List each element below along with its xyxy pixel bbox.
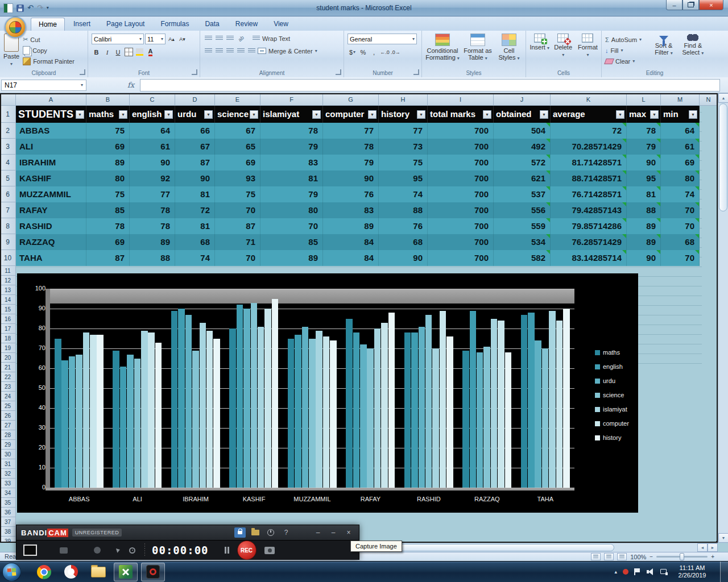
align-right-button[interactable]: [225, 46, 235, 56]
taskbar-bandicam-button[interactable]: [141, 563, 165, 581]
bar-rashid-science[interactable]: [425, 315, 432, 488]
grow-font-button[interactable]: A▴: [167, 34, 176, 44]
bar-kashif-english[interactable]: [237, 305, 243, 488]
bar-rashid-english[interactable]: [411, 332, 418, 488]
zoom-in-button[interactable]: +: [711, 554, 714, 560]
bar-taha-urdu[interactable]: [535, 340, 541, 488]
conditional-formatting-button[interactable]: Conditional Formatting ▾: [425, 34, 460, 62]
sort-filter-button[interactable]: Sort & Filter ▾: [651, 34, 677, 57]
bar-rashid-urdu[interactable]: [419, 327, 425, 488]
clipboard-dialog-launcher[interactable]: [80, 69, 85, 75]
bar-rafay-english[interactable]: [353, 332, 360, 488]
name-box[interactable]: N17▾: [1, 80, 86, 91]
tab-page-layout[interactable]: Page Layout: [99, 18, 152, 31]
bar-rashid-islamiyat[interactable]: [432, 348, 439, 488]
scroll-down-button[interactable]: ▼: [718, 533, 728, 543]
insert-function-button[interactable]: fx: [127, 81, 134, 89]
tab-formulas[interactable]: Formulas: [153, 18, 196, 31]
tab-insert[interactable]: Insert: [66, 18, 98, 31]
bar-rafay-urdu[interactable]: [360, 344, 367, 488]
decrease-decimal-button[interactable]: .0→: [391, 47, 400, 57]
bar-kashif-computer[interactable]: [264, 309, 271, 488]
bar-razzaq-islamiyat[interactable]: [491, 319, 498, 488]
vertical-scroll-thumb[interactable]: [719, 103, 727, 211]
bar-kashif-science[interactable]: [251, 303, 258, 488]
formula-input[interactable]: [140, 79, 720, 92]
bar-ibrahim-history[interactable]: [213, 339, 220, 488]
bandicam-window[interactable]: BANDICAM UNREGISTERED ? – – × 00:00:00 R…: [16, 525, 359, 560]
help-button[interactable]: ?: [280, 527, 292, 538]
collapse-button[interactable]: –: [328, 527, 339, 538]
zoom-slider[interactable]: [656, 556, 708, 558]
find-select-button[interactable]: Find & Select ▾: [681, 34, 705, 57]
format-as-table-button[interactable]: Format as Table ▾: [463, 34, 493, 62]
taskbar-explorer-button[interactable]: [86, 563, 110, 581]
bar-kashif-urdu[interactable]: [243, 309, 250, 488]
font-name-select[interactable]: Calibri▾: [92, 34, 144, 44]
orientation-button[interactable]: ab: [234, 32, 248, 45]
bar-muzzammil-maths[interactable]: [288, 339, 295, 488]
bar-razzaq-english[interactable]: [470, 311, 477, 488]
start-button[interactable]: [2, 563, 21, 581]
decrease-indent-button[interactable]: [236, 46, 246, 56]
italic-button[interactable]: I: [102, 47, 112, 57]
bandicam-tray-icon[interactable]: [623, 569, 628, 575]
bar-muzzammil-science[interactable]: [309, 339, 316, 488]
bar-taha-english[interactable]: [528, 313, 535, 488]
copy-button[interactable]: Copy: [23, 45, 75, 55]
bar-ali-computer[interactable]: [148, 332, 155, 488]
taskbar-chrome-button[interactable]: [32, 563, 56, 581]
scroll-right-button[interactable]: ►: [708, 543, 718, 552]
bar-kashif-islamiyat[interactable]: [258, 327, 264, 488]
network-icon[interactable]: [660, 569, 668, 575]
taskbar-excel-button[interactable]: [114, 563, 138, 581]
show-desktop-button[interactable]: [720, 562, 728, 582]
alignment-dialog-launcher[interactable]: [336, 69, 341, 75]
action-center-flag-icon[interactable]: [634, 568, 641, 575]
bar-abbas-maths[interactable]: [55, 339, 61, 488]
tab-review[interactable]: Review: [228, 18, 265, 31]
page-break-view-button[interactable]: [617, 553, 627, 560]
percent-style-button[interactable]: %: [358, 47, 368, 57]
bar-abbas-english[interactable]: [61, 360, 68, 488]
align-center-button[interactable]: [214, 46, 224, 56]
format-painter-button[interactable]: Format Painter: [23, 56, 75, 66]
bar-rafay-history[interactable]: [388, 313, 395, 488]
paste-button[interactable]: Paste▾: [3, 34, 19, 68]
bar-muzzammil-english[interactable]: [295, 335, 301, 488]
zoom-out-button[interactable]: −: [650, 554, 653, 560]
bar-ali-english[interactable]: [120, 367, 127, 488]
record-button[interactable]: REC: [237, 541, 257, 560]
bar-razzaq-science[interactable]: [483, 347, 490, 488]
insert-cells-button[interactable]: Insert ▾: [530, 34, 549, 52]
font-color-button[interactable]: A: [146, 47, 155, 57]
border-button[interactable]: [124, 47, 134, 57]
screenshot-camera-button[interactable]: [264, 547, 275, 554]
bar-rashid-computer[interactable]: [440, 311, 446, 488]
normal-view-button[interactable]: [591, 553, 601, 560]
bandicam-titlebar[interactable]: BANDICAM UNREGISTERED ? – – ×: [16, 525, 359, 540]
bar-rashid-maths[interactable]: [404, 332, 411, 488]
bar-muzzammil-urdu[interactable]: [302, 327, 309, 488]
bold-button[interactable]: B: [92, 47, 101, 57]
schedule-button[interactable]: [265, 527, 276, 538]
zoom-slider-thumb[interactable]: [680, 553, 684, 560]
bar-taha-computer[interactable]: [556, 321, 563, 488]
bar-abbas-islamiyat[interactable]: [83, 332, 90, 488]
pause-button[interactable]: [225, 547, 229, 554]
number-dialog-launcher[interactable]: [413, 69, 419, 75]
tab-data[interactable]: Data: [197, 18, 226, 31]
minimize-button[interactable]: –: [312, 527, 324, 538]
bar-razzaq-urdu[interactable]: [477, 352, 483, 488]
underline-button[interactable]: U: [113, 47, 123, 57]
bar-taha-science[interactable]: [542, 348, 549, 488]
bar-abbas-science[interactable]: [76, 355, 82, 488]
number-format-select[interactable]: General▾: [348, 34, 417, 44]
bar-razzaq-maths[interactable]: [462, 351, 469, 488]
page-layout-view-button[interactable]: [604, 553, 614, 560]
output-folder-button[interactable]: [250, 527, 261, 538]
wrap-text-button[interactable]: Wrap Text: [253, 34, 290, 43]
office-button[interactable]: [5, 16, 26, 38]
chevron-down-icon[interactable]: ▾: [81, 82, 83, 88]
bar-ibrahim-science[interactable]: [192, 351, 199, 488]
